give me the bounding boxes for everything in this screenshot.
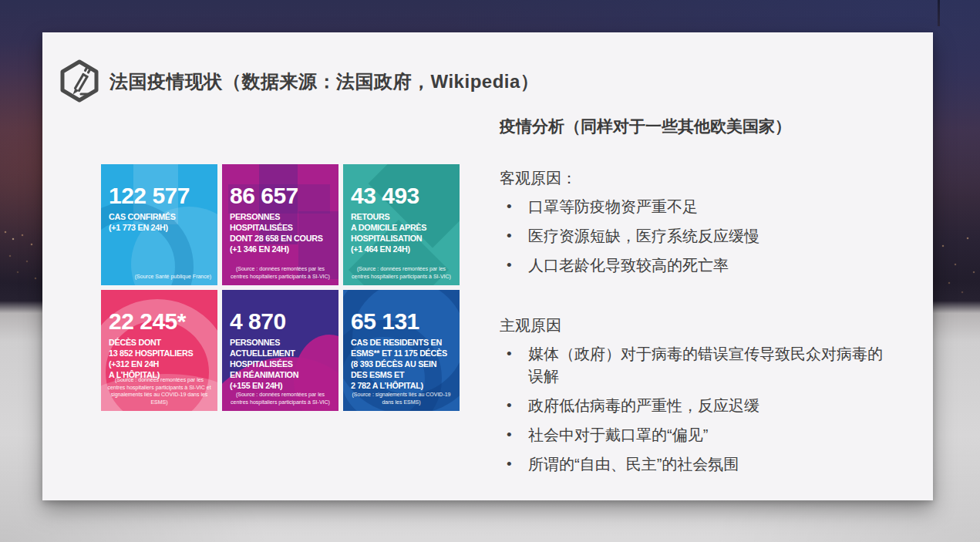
list-item-text: 媒体（政府）对于病毒的错误宣传导致民众对病毒的误解 [528,345,883,385]
list-item: •媒体（政府）对于病毒的错误宣传导致民众对病毒的误解 [500,343,889,388]
presentation-slide: 法国疫情现状（数据来源：法国政府，Wikipedia） 122 577 CAS … [42,32,933,500]
stat-number: 86 657 [230,183,331,209]
stat-source: (Source : données remontées par les cent… [228,391,332,406]
subjective-reasons-title: 主观原因 [500,315,889,336]
bullet-icon: • [507,225,512,247]
list-item: •政府低估病毒的严重性，反应迟缓 [500,395,889,417]
analysis-heading: 疫情分析（同样对于一些其他欧美国家） [500,116,889,137]
stat-number: 65 131 [351,308,452,335]
stat-label: RETOURS A DOMICILE APRÈS HOSPITALISATION… [351,211,452,254]
stat-tiles-grid: 122 577 CAS CONFIRMÉS (+1 773 EN 24H) (S… [101,164,460,411]
list-item-text: 口罩等防疫物资严重不足 [528,198,698,215]
analysis-panel: 疫情分析（同样对于一些其他欧美国家） 客观原因： •口罩等防疫物资严重不足 •医… [500,116,889,483]
stat-tile-reanimation: 4 870 PERSONNES ACTUELLEMENT HOSPITALISÉ… [222,290,338,411]
bullet-icon: • [507,424,512,446]
stat-label: PERSONNES HOSPITALISÉES DONT 28 658 EN C… [230,211,331,254]
list-item-text: 人口老龄化导致较高的死亡率 [528,257,729,274]
stat-number: 22 245* [109,308,210,335]
bullet-icon: • [507,395,512,416]
stat-tile-hospitalisees: 86 657 PERSONNES HOSPITALISÉES DONT 28 6… [222,164,338,285]
objective-reasons-title: 客观原因： [500,168,889,189]
list-item-text: 社会中对于戴口罩的“偏见” [528,426,708,443]
stat-tile-esms: 65 131 CAS DE RESIDENTS EN ESMS** ET 11 … [343,290,460,411]
subjective-reasons-list: •媒体（政府）对于病毒的错误宣传导致民众对病毒的误解 •政府低估病毒的严重性，反… [500,343,889,476]
bullet-icon: • [507,254,512,276]
list-item-text: 所谓的“自由、民主”的社会氛围 [528,456,739,473]
stat-source: (Source : données remontées par les cent… [107,376,211,406]
pencil-hexagon-icon [59,59,99,103]
slide-title: 法国疫情现状（数据来源：法国政府，Wikipedia） [109,69,539,94]
list-item: •人口老龄化导致较高的死亡率 [500,254,889,277]
stat-tile-cas-confirmes: 122 577 CAS CONFIRMÉS (+1 773 EN 24H) (S… [101,164,217,285]
stat-label: PERSONNES ACTUELLEMENT HOSPITALISÉES EN … [230,337,331,391]
stat-number: 4 870 [230,308,331,335]
list-item-text: 医疗资源短缺，医疗系统反应缓慢 [528,227,759,244]
stat-source: (Source : signalements liés au COVID-19 … [349,391,453,406]
bullet-icon: • [507,453,512,475]
stat-source: (Source : données remontées par les cent… [349,265,453,281]
stat-label: DÉCÈS DONT 13 852 HOSPITALIERS (+312 EN … [109,337,210,380]
objective-reasons-list: •口罩等防疫物资严重不足 •医疗资源短缺，医疗系统反应缓慢 •人口老龄化导致较高… [500,196,889,277]
list-item: •医疗资源短缺，医疗系统反应缓慢 [500,225,889,247]
bullet-icon: • [507,196,512,217]
list-item: •口罩等防疫物资严重不足 [500,196,889,218]
list-item: •所谓的“自由、民主”的社会氛围 [500,453,889,476]
stat-tile-deces: 22 245* DÉCÈS DONT 13 852 HOSPITALIERS (… [101,290,217,411]
stat-number: 43 493 [351,183,452,209]
bullet-icon: • [507,343,512,365]
stat-source: (Source Santé publique France) [107,273,211,281]
stat-source: (Source : données remontées par les cent… [228,265,332,281]
stat-tile-retours-domicile: 43 493 RETOURS A DOMICILE APRÈS HOSPITAL… [343,164,460,285]
stat-label: CAS DE RESIDENTS EN ESMS** ET 11 175 DÉC… [351,337,452,391]
list-item: •社会中对于戴口罩的“偏见” [500,424,889,446]
stat-label: CAS CONFIRMÉS (+1 773 EN 24H) [109,211,210,233]
stat-number: 122 577 [109,183,210,209]
list-item-text: 政府低估病毒的严重性，反应迟缓 [528,397,759,414]
